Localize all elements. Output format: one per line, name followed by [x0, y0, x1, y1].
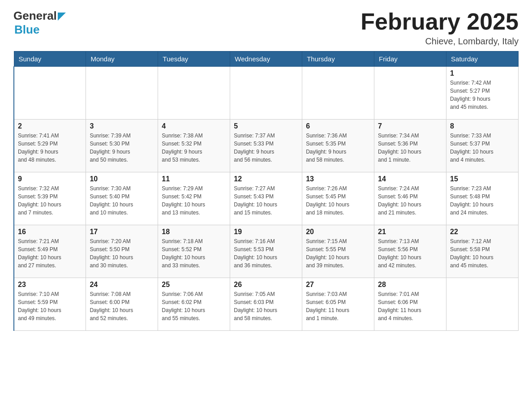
calendar-day-cell: 26Sunrise: 7:05 AM Sunset: 6:03 PM Dayli…	[230, 278, 302, 331]
calendar-day-cell: 5Sunrise: 7:37 AM Sunset: 5:33 PM Daylig…	[230, 120, 302, 172]
day-info: Sunrise: 7:42 AM Sunset: 5:27 PM Dayligh…	[450, 79, 515, 111]
logo-blue-text: Blue	[14, 23, 39, 36]
calendar-day-cell: 13Sunrise: 7:26 AM Sunset: 5:45 PM Dayli…	[302, 172, 374, 225]
calendar-day-cell	[158, 67, 230, 120]
day-number: 2	[18, 122, 82, 130]
day-number: 3	[90, 122, 154, 130]
calendar-week-row: 16Sunrise: 7:21 AM Sunset: 5:49 PM Dayli…	[14, 225, 519, 278]
day-number: 19	[234, 228, 298, 236]
day-of-week-header: Saturday	[446, 51, 519, 67]
title-section: February 2025 Chieve, Lombardy, Italy	[360, 9, 519, 47]
day-number: 11	[162, 175, 226, 183]
calendar-body: 1Sunrise: 7:42 AM Sunset: 5:27 PM Daylig…	[14, 67, 519, 331]
day-of-week-header: Friday	[374, 51, 446, 67]
day-info: Sunrise: 7:33 AM Sunset: 5:37 PM Dayligh…	[450, 132, 515, 164]
calendar-day-cell: 23Sunrise: 7:10 AM Sunset: 5:59 PM Dayli…	[14, 278, 86, 331]
day-number: 27	[306, 281, 370, 289]
day-number: 12	[234, 175, 298, 183]
month-title: February 2025	[360, 9, 519, 34]
day-info: Sunrise: 7:38 AM Sunset: 5:32 PM Dayligh…	[162, 132, 226, 164]
calendar-table: SundayMondayTuesdayWednesdayThursdayFrid…	[13, 51, 519, 331]
day-info: Sunrise: 7:23 AM Sunset: 5:48 PM Dayligh…	[450, 184, 515, 217]
calendar-day-cell: 4Sunrise: 7:38 AM Sunset: 5:32 PM Daylig…	[158, 120, 230, 172]
location-subtitle: Chieve, Lombardy, Italy	[360, 36, 519, 47]
day-info: Sunrise: 7:18 AM Sunset: 5:52 PM Dayligh…	[162, 237, 226, 270]
day-number: 21	[378, 228, 442, 236]
day-number: 8	[450, 122, 515, 130]
calendar-day-cell	[302, 67, 374, 120]
logo-general-text: General	[13, 9, 57, 23]
calendar-day-cell: 6Sunrise: 7:36 AM Sunset: 5:35 PM Daylig…	[302, 120, 374, 172]
day-number: 17	[90, 228, 154, 236]
calendar-day-cell: 1Sunrise: 7:42 AM Sunset: 5:27 PM Daylig…	[446, 67, 519, 120]
calendar-day-cell: 27Sunrise: 7:03 AM Sunset: 6:05 PM Dayli…	[302, 278, 374, 331]
calendar-day-cell: 21Sunrise: 7:13 AM Sunset: 5:56 PM Dayli…	[374, 225, 446, 278]
day-number: 4	[162, 122, 226, 130]
day-number: 7	[378, 122, 442, 130]
day-number: 24	[90, 281, 154, 289]
day-of-week-header: Sunday	[14, 51, 86, 67]
day-info: Sunrise: 7:05 AM Sunset: 6:03 PM Dayligh…	[234, 290, 298, 322]
day-of-week-header: Wednesday	[230, 51, 302, 67]
calendar-day-cell	[374, 67, 446, 120]
calendar-day-cell: 18Sunrise: 7:18 AM Sunset: 5:52 PM Dayli…	[158, 225, 230, 278]
day-number: 25	[162, 281, 226, 289]
logo: General Blue	[13, 9, 66, 37]
day-number: 13	[306, 175, 370, 183]
day-info: Sunrise: 7:29 AM Sunset: 5:42 PM Dayligh…	[162, 184, 226, 217]
calendar-day-cell: 25Sunrise: 7:06 AM Sunset: 6:02 PM Dayli…	[158, 278, 230, 331]
calendar-day-cell	[230, 67, 302, 120]
calendar-day-cell: 15Sunrise: 7:23 AM Sunset: 5:48 PM Dayli…	[446, 172, 519, 225]
day-number: 9	[18, 175, 82, 183]
calendar-day-cell: 17Sunrise: 7:20 AM Sunset: 5:50 PM Dayli…	[86, 225, 158, 278]
day-number: 10	[90, 175, 154, 183]
day-info: Sunrise: 7:03 AM Sunset: 6:05 PM Dayligh…	[306, 290, 370, 322]
day-info: Sunrise: 7:13 AM Sunset: 5:56 PM Dayligh…	[378, 237, 442, 270]
calendar-day-cell: 3Sunrise: 7:39 AM Sunset: 5:30 PM Daylig…	[86, 120, 158, 172]
calendar-day-cell: 10Sunrise: 7:30 AM Sunset: 5:40 PM Dayli…	[86, 172, 158, 225]
day-info: Sunrise: 7:41 AM Sunset: 5:29 PM Dayligh…	[18, 132, 82, 164]
day-of-week-header: Thursday	[302, 51, 374, 67]
calendar-day-cell	[86, 67, 158, 120]
calendar-day-cell: 14Sunrise: 7:24 AM Sunset: 5:46 PM Dayli…	[374, 172, 446, 225]
calendar-day-cell: 20Sunrise: 7:15 AM Sunset: 5:55 PM Dayli…	[302, 225, 374, 278]
page-header: General Blue February 2025 Chieve, Lomba…	[13, 9, 519, 47]
calendar-day-cell: 9Sunrise: 7:32 AM Sunset: 5:39 PM Daylig…	[14, 172, 86, 225]
day-number: 18	[162, 228, 226, 236]
calendar-day-cell: 12Sunrise: 7:27 AM Sunset: 5:43 PM Dayli…	[230, 172, 302, 225]
svg-marker-0	[58, 13, 66, 21]
calendar-day-cell: 2Sunrise: 7:41 AM Sunset: 5:29 PM Daylig…	[14, 120, 86, 172]
day-number: 26	[234, 281, 298, 289]
day-info: Sunrise: 7:20 AM Sunset: 5:50 PM Dayligh…	[90, 237, 154, 270]
day-info: Sunrise: 7:12 AM Sunset: 5:58 PM Dayligh…	[450, 237, 515, 270]
day-info: Sunrise: 7:15 AM Sunset: 5:55 PM Dayligh…	[306, 237, 370, 270]
day-number: 1	[450, 69, 515, 77]
day-info: Sunrise: 7:26 AM Sunset: 5:45 PM Dayligh…	[306, 184, 370, 217]
day-number: 22	[450, 228, 515, 236]
calendar-day-cell: 7Sunrise: 7:34 AM Sunset: 5:36 PM Daylig…	[374, 120, 446, 172]
day-info: Sunrise: 7:01 AM Sunset: 6:06 PM Dayligh…	[378, 290, 442, 322]
day-number: 20	[306, 228, 370, 236]
calendar-day-cell: 11Sunrise: 7:29 AM Sunset: 5:42 PM Dayli…	[158, 172, 230, 225]
day-info: Sunrise: 7:10 AM Sunset: 5:59 PM Dayligh…	[18, 290, 82, 322]
logo-triangle-icon	[58, 13, 66, 21]
day-info: Sunrise: 7:32 AM Sunset: 5:39 PM Dayligh…	[18, 184, 82, 217]
day-number: 28	[378, 281, 442, 289]
day-number: 6	[306, 122, 370, 130]
calendar-day-cell: 24Sunrise: 7:08 AM Sunset: 6:00 PM Dayli…	[86, 278, 158, 331]
day-info: Sunrise: 7:21 AM Sunset: 5:49 PM Dayligh…	[18, 237, 82, 270]
day-number: 14	[378, 175, 442, 183]
calendar-day-cell	[446, 278, 519, 331]
day-info: Sunrise: 7:30 AM Sunset: 5:40 PM Dayligh…	[90, 184, 154, 217]
day-info: Sunrise: 7:27 AM Sunset: 5:43 PM Dayligh…	[234, 184, 298, 217]
day-info: Sunrise: 7:37 AM Sunset: 5:33 PM Dayligh…	[234, 132, 298, 164]
calendar-day-cell: 8Sunrise: 7:33 AM Sunset: 5:37 PM Daylig…	[446, 120, 519, 172]
calendar-day-cell: 28Sunrise: 7:01 AM Sunset: 6:06 PM Dayli…	[374, 278, 446, 331]
calendar-day-cell: 22Sunrise: 7:12 AM Sunset: 5:58 PM Dayli…	[446, 225, 519, 278]
calendar-week-row: 2Sunrise: 7:41 AM Sunset: 5:29 PM Daylig…	[14, 120, 519, 172]
days-of-week-row: SundayMondayTuesdayWednesdayThursdayFrid…	[14, 51, 519, 67]
day-info: Sunrise: 7:39 AM Sunset: 5:30 PM Dayligh…	[90, 132, 154, 164]
day-info: Sunrise: 7:06 AM Sunset: 6:02 PM Dayligh…	[162, 290, 226, 322]
day-number: 16	[18, 228, 82, 236]
day-of-week-header: Monday	[86, 51, 158, 67]
